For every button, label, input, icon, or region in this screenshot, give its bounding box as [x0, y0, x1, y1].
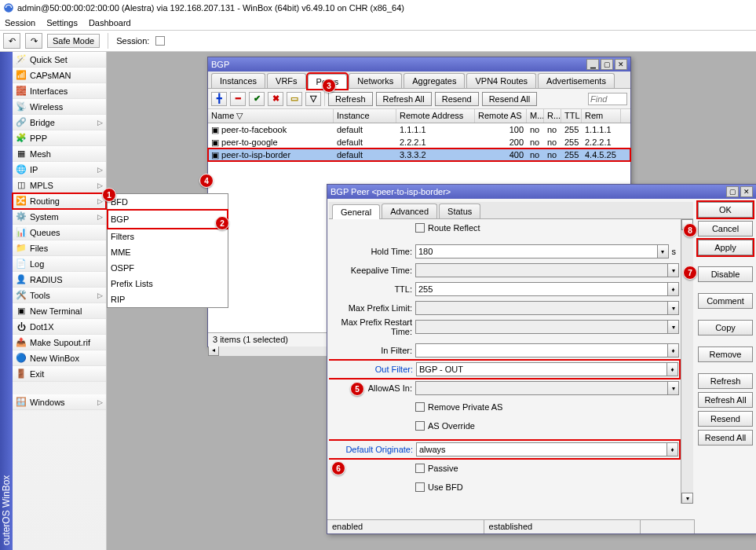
dropdown-icon[interactable]: ♦ [667, 362, 678, 376]
submenu-item-filters[interactable]: Filters [108, 229, 228, 244]
disable-button[interactable]: Disable [698, 266, 753, 282]
sidebar-item-make-supout-rif[interactable]: 📤Make Supout.rif [13, 335, 106, 350]
tab-vpn4-routes[interactable]: VPN4 Routes [466, 73, 536, 88]
comment-button[interactable]: Comment [698, 293, 753, 309]
column-header[interactable]: Instance [334, 109, 396, 123]
column-header[interactable]: M... [527, 109, 544, 123]
default-originate-input[interactable]: always [416, 442, 667, 456]
find-input[interactable] [588, 93, 627, 105]
sidebar-item-interfaces[interactable]: 🧱Interfaces [13, 83, 106, 99]
bgp-window-titlebar[interactable]: BGP ▁ ▢ ✕ [208, 57, 630, 72]
enable-button[interactable]: ✔ [249, 92, 265, 106]
tab-status[interactable]: Status [439, 204, 480, 218]
dropdown-icon[interactable]: ▾ [668, 301, 679, 315]
keepalive-input[interactable] [415, 263, 668, 277]
sidebar-item-new-winbox[interactable]: 🔵New WinBox [13, 350, 106, 366]
submenu-item-bfd[interactable]: BFD [108, 194, 228, 210]
dropdown-icon[interactable]: ▾ [668, 320, 679, 334]
allow-as-input[interactable] [415, 381, 668, 395]
dropdown-icon[interactable]: ▾ [668, 263, 679, 277]
menu-settings[interactable]: Settings [46, 18, 78, 28]
remove-private-as-checkbox[interactable] [415, 402, 425, 412]
refresh-button[interactable]: Refresh [328, 92, 373, 106]
refresh-button[interactable]: Refresh [698, 373, 753, 389]
resend-button[interactable]: Resend [698, 411, 753, 427]
resend-all-button[interactable]: Resend All [698, 430, 753, 446]
ok-button[interactable]: OK [698, 202, 753, 218]
sidebar-item-windows[interactable]: 🪟Windows▷ [13, 394, 106, 410]
sidebar-item-capsman[interactable]: 📶CAPsMAN [13, 68, 106, 83]
sidebar-item-log[interactable]: 📄Log [13, 256, 106, 272]
tab-general[interactable]: General [332, 204, 380, 219]
sidebar-item-tools[interactable]: 🛠️Tools▷ [13, 288, 106, 303]
sidebar-item-files[interactable]: 📁Files [13, 240, 106, 256]
tab-instances[interactable]: Instances [211, 73, 265, 88]
tab-advanced[interactable]: Advanced [382, 204, 437, 218]
submenu-item-rip[interactable]: RIP [108, 292, 228, 307]
sidebar-item-routing[interactable]: 🔀Routing▷ [13, 193, 106, 209]
maximize-icon[interactable]: ▢ [726, 186, 739, 197]
out-filter-input[interactable]: BGP - OUT [416, 362, 667, 376]
tab-vrfs[interactable]: VRFs [267, 73, 306, 88]
refresh-all-button[interactable]: Refresh All [376, 92, 432, 106]
sidebar-item-exit[interactable]: 🚪Exit [13, 366, 106, 382]
sidebar-item-quick-set[interactable]: 🪄Quick Set [13, 52, 106, 68]
refresh-all-button[interactable]: Refresh All [698, 392, 753, 408]
hold-time-input[interactable]: 180 [415, 244, 658, 258]
menu-dashboard[interactable]: Dashboard [89, 18, 131, 28]
sidebar-item-wireless[interactable]: 📡Wireless [13, 99, 106, 115]
submenu-item-ospf[interactable]: OSPF [108, 260, 228, 276]
session-checkbox[interactable] [155, 36, 165, 46]
use-bfd-checkbox[interactable] [415, 482, 425, 492]
filter-button[interactable]: ▽ [305, 92, 321, 106]
dropdown-icon[interactable]: ♦ [668, 282, 679, 296]
sidebar-item-queues[interactable]: 📊Queues [13, 225, 106, 240]
close-icon[interactable]: ✕ [740, 186, 753, 197]
tab-advertisements[interactable]: Advertisements [538, 73, 615, 88]
peer-window-titlebar[interactable]: BGP Peer <peer-to-isp-border> ▢ ✕ [327, 185, 756, 199]
apply-button[interactable]: Apply [698, 240, 753, 255]
safe-mode-button[interactable]: Safe Mode [47, 34, 100, 48]
table-row[interactable]: ▣ peer-to-facebookdefault1.1.1.1100nono2… [208, 123, 630, 136]
dropdown-icon[interactable]: ▾ [658, 244, 669, 258]
table-row[interactable]: ▣ peer-to-isp-borderdefault3.3.3.2400non… [208, 148, 630, 161]
dropdown-icon[interactable]: ♦ [668, 343, 679, 358]
sidebar-item-dot1x[interactable]: ⏻Dot1X [13, 319, 106, 335]
column-header[interactable]: Remote Address [396, 109, 475, 123]
sidebar-item-mesh[interactable]: ▦Mesh [13, 146, 106, 162]
column-header[interactable]: Remote AS [475, 109, 527, 123]
close-icon[interactable]: ✕ [615, 59, 627, 70]
column-header[interactable]: Name ▽ [208, 109, 334, 123]
submenu-item-bgp[interactable]: BGP [108, 210, 228, 229]
dropdown-icon[interactable]: ♦ [667, 442, 678, 456]
cancel-button[interactable]: Cancel [698, 221, 753, 236]
dropdown-icon[interactable]: ▾ [668, 381, 679, 395]
column-header[interactable]: R... [544, 109, 561, 123]
copy-button[interactable]: Copy [698, 320, 753, 336]
max-restart-input[interactable] [415, 320, 668, 334]
resend-button[interactable]: Resend [435, 92, 479, 106]
add-button[interactable]: ╋ [211, 92, 227, 106]
as-override-checkbox[interactable] [415, 421, 425, 431]
passive-checkbox[interactable] [415, 464, 425, 473]
comment-button[interactable]: ▭ [287, 92, 302, 106]
column-header[interactable]: TTL [561, 109, 582, 123]
sidebar-item-bridge[interactable]: 🔗Bridge▷ [13, 115, 106, 130]
menu-session[interactable]: Session [5, 18, 35, 28]
table-row[interactable]: ▣ peer-to-googledefault2.2.2.1200nono255… [208, 136, 630, 148]
resend-all-button[interactable]: Resend All [482, 92, 538, 106]
submenu-item-mme[interactable]: MME [108, 244, 228, 260]
redo-button[interactable]: ↷ [25, 33, 42, 49]
disable-button[interactable]: ✖ [268, 92, 283, 106]
undo-button[interactable]: ↶ [3, 33, 20, 49]
sidebar-item-new-terminal[interactable]: ▣New Terminal [13, 303, 106, 319]
route-reflect-checkbox[interactable] [415, 223, 425, 233]
minimize-icon[interactable]: ▁ [586, 59, 599, 70]
peer-vscroll[interactable]: ▴▾ [681, 219, 693, 504]
maximize-icon[interactable]: ▢ [601, 59, 613, 70]
column-header[interactable]: Rem [582, 109, 621, 123]
submenu-item-prefix-lists[interactable]: Prefix Lists [108, 276, 228, 292]
remove-button[interactable]: Remove [698, 346, 753, 362]
tab-aggregates[interactable]: Aggregates [404, 73, 465, 88]
sidebar-item-mpls[interactable]: ◫MPLS▷ [13, 178, 106, 193]
